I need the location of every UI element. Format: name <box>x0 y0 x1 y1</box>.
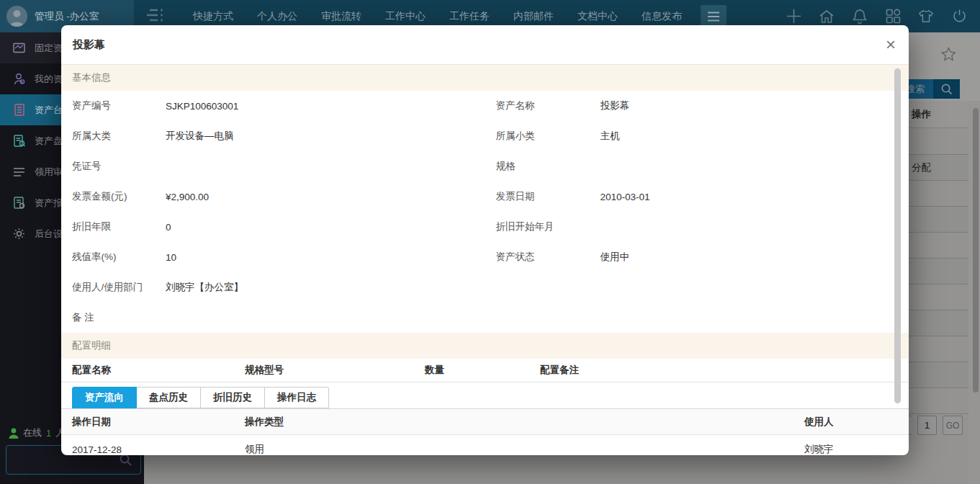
section-config-detail: 配置明细 <box>61 333 909 359</box>
field-label: 规格 <box>485 160 601 173</box>
online-status: 在线 1 人 <box>9 426 65 439</box>
menu-list-icon[interactable] <box>145 9 164 24</box>
gear-icon <box>13 228 25 240</box>
field-value: 投影幕 <box>601 99 630 112</box>
field-depreciation-start: 折旧开始年月 <box>485 212 909 242</box>
flow-table-row: 2017-12-28 领用 刘晓宇 <box>61 435 909 455</box>
detail-tabs: 资产流向 盘点历史 折旧历史 操作日志 <box>61 382 909 409</box>
flow-col-type: 操作类型 <box>245 416 804 429</box>
field-invoice-date: 发票日期 2010-03-01 <box>485 182 909 212</box>
avatar-person-icon <box>6 6 27 27</box>
sidebar-item-label: 资产报 <box>35 197 63 210</box>
field-asset-name: 资产名称 投影幕 <box>485 91 909 121</box>
sidebar-item-label: 资产台 <box>35 104 63 117</box>
config-col-model: 规格型号 <box>245 364 425 377</box>
section-basic-info: 基本信息 <box>61 65 909 91</box>
field-value: 开发设备—电脑 <box>166 130 234 143</box>
online-prefix: 在线 <box>23 426 42 439</box>
field-value: ¥2,900.00 <box>166 192 209 202</box>
sidebar-item-label: 资产盘 <box>35 135 63 148</box>
field-label: 所属大类 <box>61 130 166 143</box>
online-user-icon <box>9 428 19 439</box>
shirt-icon[interactable] <box>918 9 934 24</box>
user-name-label: 管理员 -办公室 <box>35 10 99 23</box>
tab-asset-flow[interactable]: 资产流向 <box>72 387 137 408</box>
flow-cell-date: 2017-12-28 <box>61 444 245 455</box>
field-value: 0 <box>166 222 171 233</box>
field-value: 使用中 <box>601 251 630 264</box>
field-label: 折旧开始年月 <box>485 220 601 233</box>
field-minor-category: 所属小类 主机 <box>485 121 909 151</box>
field-label: 资产编号 <box>61 99 166 112</box>
home-icon[interactable] <box>819 9 835 24</box>
field-label: 凭证号 <box>61 160 166 173</box>
field-specification: 规格 <box>485 151 909 182</box>
user-avatar <box>6 6 27 27</box>
config-table-header: 配置名称 规格型号 数量 配置备注 <box>61 359 909 382</box>
tab-depreciation-history[interactable]: 折旧历史 <box>201 387 265 408</box>
field-voucher-number: 凭证号 <box>61 151 485 182</box>
search-icon <box>120 454 132 466</box>
field-value: 主机 <box>601 130 620 143</box>
field-label: 资产状态 <box>485 251 601 264</box>
app-window: 管理员 -办公室 快捷方式 个人办公 审批流转 工作中心 工作任务 内部邮件 文… <box>0 0 980 484</box>
document-icon <box>13 104 25 116</box>
flow-cell-type: 领用 <box>245 443 804 455</box>
main-nav: 快捷方式 个人办公 审批流转 工作中心 工作任务 内部邮件 文档中心 信息发布 <box>193 10 682 23</box>
basic-info-fields: 资产编号 SJKP100603001 资产名称 投影幕 所属大类 开发设备—电脑… <box>61 91 909 302</box>
config-col-remark: 配置备注 <box>540 364 579 377</box>
nav-item-work-center[interactable]: 工作中心 <box>385 10 426 23</box>
field-invoice-amount: 发票金额(元) ¥2,900.00 <box>61 182 485 212</box>
document-gear-icon <box>13 197 25 209</box>
sidebar-item-label: 我的资 <box>35 73 63 86</box>
field-value: SJKP100603001 <box>166 101 238 112</box>
field-major-category: 所属大类 开发设备—电脑 <box>61 121 485 151</box>
bell-icon[interactable] <box>852 9 868 24</box>
field-value: 10 <box>166 252 176 263</box>
close-icon[interactable]: × <box>886 36 896 53</box>
field-asset-code: 资产编号 SJKP100603001 <box>61 91 485 121</box>
field-value: 2010-03-01 <box>601 192 650 202</box>
nav-item-work-tasks[interactable]: 工作任务 <box>449 10 490 23</box>
modal-header: 投影幕 × <box>61 25 909 65</box>
online-count: 1 <box>46 428 51 439</box>
config-col-quantity: 数量 <box>425 364 540 377</box>
nav-item-shortcuts[interactable]: 快捷方式 <box>193 10 233 23</box>
hamburger-icon <box>707 12 720 22</box>
list-lines-icon <box>13 166 25 178</box>
sidebar-item-label: 后台设 <box>35 228 63 241</box>
tab-inventory-history[interactable]: 盘点历史 <box>137 387 201 408</box>
tab-operation-log[interactable]: 操作日志 <box>265 387 329 408</box>
field-label: 残值率(%) <box>61 251 166 264</box>
sidebar-item-label: 固定资 <box>35 42 63 55</box>
modal-scrollbar-thumb[interactable] <box>894 68 901 403</box>
config-col-name: 配置名称 <box>61 364 245 377</box>
flow-col-date: 操作日期 <box>61 416 245 429</box>
field-label: 折旧年限 <box>61 220 166 233</box>
nav-item-approval-flow[interactable]: 审批流转 <box>321 10 361 23</box>
nav-item-document-center[interactable]: 文档中心 <box>577 10 618 23</box>
field-asset-status: 资产状态 使用中 <box>485 242 909 272</box>
field-user-department: 使用人/使用部门 刘晓宇【办公室】 <box>61 272 485 302</box>
nav-item-internal-mail[interactable]: 内部邮件 <box>513 10 554 23</box>
field-label: 发票金额(元) <box>61 190 166 203</box>
field-label: 所属小类 <box>485 130 601 143</box>
flow-col-user: 使用人 <box>804 416 909 429</box>
remark-label: 备 注 <box>61 302 909 333</box>
nav-item-info-publish[interactable]: 信息发布 <box>642 10 682 23</box>
document-search-icon <box>13 135 25 147</box>
apps-grid-icon[interactable] <box>885 9 901 24</box>
field-residual-rate: 残值率(%) 10 <box>61 242 485 272</box>
flow-table-header: 操作日期 操作类型 使用人 <box>61 409 909 435</box>
field-empty <box>485 272 909 302</box>
asset-detail-modal: 投影幕 × 基本信息 资产编号 SJKP100603001 资产名称 投影幕 所… <box>61 25 909 455</box>
power-icon[interactable] <box>951 9 967 24</box>
hamburger-menu-button[interactable] <box>701 5 727 28</box>
plus-icon[interactable] <box>786 9 801 24</box>
field-depreciation-years: 折旧年限 0 <box>61 212 485 242</box>
sidebar-item-label: 领用审 <box>35 166 63 179</box>
nav-item-personal-office[interactable]: 个人办公 <box>257 10 297 23</box>
modal-title: 投影幕 <box>73 38 105 52</box>
chart-envelope-icon <box>13 42 25 54</box>
flow-cell-user: 刘晓宇 <box>804 443 909 455</box>
